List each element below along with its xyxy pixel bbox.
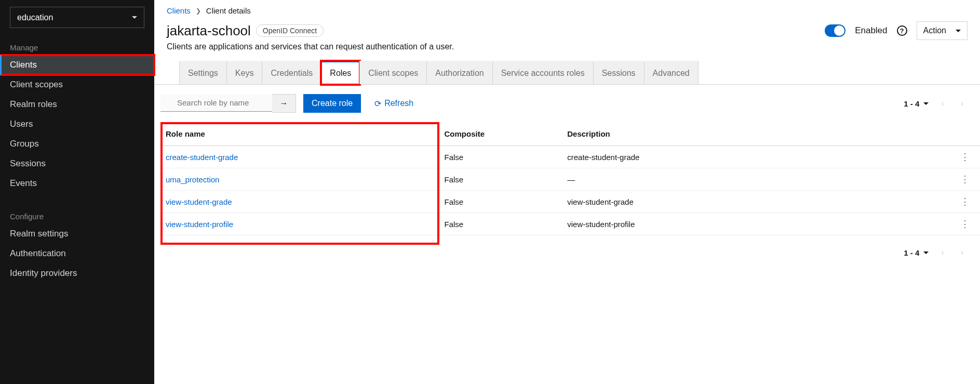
pagination-next-button[interactable]: › xyxy=(957,248,968,257)
sidebar-spacer xyxy=(0,193,154,209)
sidebar-item-sessions[interactable]: Sessions xyxy=(0,154,154,174)
pagination-range-text: 1 - 4 xyxy=(904,99,919,108)
sidebar-item-clients[interactable]: Clients xyxy=(0,55,154,75)
table-header-composite: Composite xyxy=(439,122,562,146)
toolbar: → Create role ⟳ Refresh 1 - 4 ‹ › xyxy=(154,85,980,122)
role-name-link[interactable]: uma_protection xyxy=(166,175,219,184)
sidebar-item-authentication[interactable]: Authentication xyxy=(0,244,154,263)
realm-selector-wrap: education xyxy=(0,0,154,40)
title-group: jakarta-school OpenID Connect xyxy=(167,23,324,39)
table-row: uma_protectionFalse—⋮ xyxy=(160,168,980,191)
table-row: view-student-profileFalseview-student-pr… xyxy=(160,213,980,235)
table-row: view-student-gradeFalseview-student-grad… xyxy=(160,191,980,213)
toolbar-left: → Create role ⟳ Refresh xyxy=(160,94,413,113)
sidebar: education Manage ClientsClient scopesRea… xyxy=(0,0,154,384)
page-subtitle: Clients are applications and services th… xyxy=(154,42,980,61)
role-name-link[interactable]: view-student-profile xyxy=(166,220,233,229)
table-row: create-student-gradeFalsecreate-student-… xyxy=(160,146,980,168)
action-dropdown-label: Action xyxy=(923,26,946,35)
tab-authorization[interactable]: Authorization xyxy=(426,61,492,84)
role-name-link[interactable]: create-student-grade xyxy=(166,153,238,162)
breadcrumb-root-link[interactable]: Clients xyxy=(167,6,191,15)
chevron-down-icon xyxy=(923,102,929,105)
sidebar-item-client-scopes[interactable]: Client scopes xyxy=(0,75,154,95)
roles-table: Role name Composite Description create-s… xyxy=(160,122,980,235)
sidebar-section-manage: Manage xyxy=(0,40,154,55)
pagination-prev-button[interactable]: ‹ xyxy=(937,248,948,257)
refresh-button[interactable]: ⟳ Refresh xyxy=(374,99,413,109)
help-icon[interactable]: ? xyxy=(897,25,907,36)
tab-service-accounts-roles[interactable]: Service accounts roles xyxy=(492,61,594,84)
role-description-cell: create-student-grade xyxy=(562,146,955,168)
search-submit-button[interactable]: → xyxy=(272,94,296,113)
search-input[interactable] xyxy=(160,94,272,112)
sidebar-item-realm-settings[interactable]: Realm settings xyxy=(0,224,154,244)
page-header: jakarta-school OpenID Connect Enabled ? … xyxy=(154,15,980,42)
pagination-prev-button[interactable]: ‹ xyxy=(937,99,948,108)
chevron-down-icon xyxy=(132,16,137,19)
breadcrumb: Clients ❯ Client details xyxy=(154,0,980,15)
role-composite-cell: False xyxy=(439,213,562,235)
create-role-button[interactable]: Create role xyxy=(303,94,361,113)
pagination-range-dropdown[interactable]: 1 - 4 xyxy=(904,248,929,257)
main-content: Clients ❯ Client details jakarta-school … xyxy=(154,0,980,384)
row-kebab-menu[interactable]: ⋮ xyxy=(955,191,980,213)
chevron-down-icon xyxy=(956,30,961,32)
role-description-cell: view-student-grade xyxy=(562,191,955,213)
table-header-actions xyxy=(955,122,980,146)
sidebar-item-identity-providers[interactable]: Identity providers xyxy=(0,263,154,283)
chevron-right-icon: ❯ xyxy=(196,7,201,15)
realm-selector-label: education xyxy=(17,13,53,22)
role-description-cell: — xyxy=(562,168,955,191)
sidebar-section-configure: Configure xyxy=(0,209,154,224)
sidebar-item-events[interactable]: Events xyxy=(0,174,154,193)
sidebar-item-groups[interactable]: Groups xyxy=(0,134,154,154)
action-dropdown[interactable]: Action xyxy=(917,21,968,40)
role-description-cell: view-student-profile xyxy=(562,213,955,235)
enabled-toggle[interactable] xyxy=(825,24,845,37)
tab-advanced[interactable]: Advanced xyxy=(644,61,699,84)
pagination-next-button[interactable]: › xyxy=(957,99,968,108)
tab-sessions[interactable]: Sessions xyxy=(593,61,645,84)
role-composite-cell: False xyxy=(439,191,562,213)
search-group: → xyxy=(160,94,296,113)
pagination-range-text: 1 - 4 xyxy=(904,248,919,257)
sidebar-item-realm-roles[interactable]: Realm roles xyxy=(0,95,154,114)
pagination-top: 1 - 4 ‹ › xyxy=(904,99,968,108)
header-controls: Enabled ? Action xyxy=(825,21,968,40)
role-composite-cell: False xyxy=(439,168,562,191)
refresh-icon: ⟳ xyxy=(374,99,381,109)
refresh-label: Refresh xyxy=(384,99,413,108)
tab-settings[interactable]: Settings xyxy=(179,61,227,84)
search-wrapper xyxy=(160,94,272,113)
page-title: jakarta-school xyxy=(167,23,251,39)
enabled-toggle-label: Enabled xyxy=(855,25,887,36)
chevron-down-icon xyxy=(923,251,929,254)
tab-client-scopes[interactable]: Client scopes xyxy=(359,61,427,84)
tab-keys[interactable]: Keys xyxy=(226,61,263,84)
table-header-description: Description xyxy=(562,122,955,146)
sidebar-item-users[interactable]: Users xyxy=(0,114,154,134)
realm-selector[interactable]: education xyxy=(10,7,144,28)
pagination-range-dropdown[interactable]: 1 - 4 xyxy=(904,99,929,108)
role-composite-cell: False xyxy=(439,146,562,168)
pagination-bottom: 1 - 4 ‹ › xyxy=(154,235,980,270)
row-kebab-menu[interactable]: ⋮ xyxy=(955,146,980,168)
row-kebab-menu[interactable]: ⋮ xyxy=(955,168,980,191)
tab-roles[interactable]: Roles xyxy=(321,61,360,85)
breadcrumb-current: Client details xyxy=(206,6,251,15)
protocol-badge: OpenID Connect xyxy=(256,24,324,37)
table-header-name: Role name xyxy=(160,122,439,146)
pagination-bottom-inner: 1 - 4 ‹ › xyxy=(904,248,968,257)
tab-credentials[interactable]: Credentials xyxy=(262,61,321,84)
sidebar-configure-nav: Realm settingsAuthenticationIdentity pro… xyxy=(0,224,154,283)
row-kebab-menu[interactable]: ⋮ xyxy=(955,213,980,235)
role-name-link[interactable]: view-student-grade xyxy=(166,197,232,206)
sidebar-manage-nav: ClientsClient scopesRealm rolesUsersGrou… xyxy=(0,55,154,193)
tabs: SettingsKeysCredentialsRolesClient scope… xyxy=(154,61,980,85)
